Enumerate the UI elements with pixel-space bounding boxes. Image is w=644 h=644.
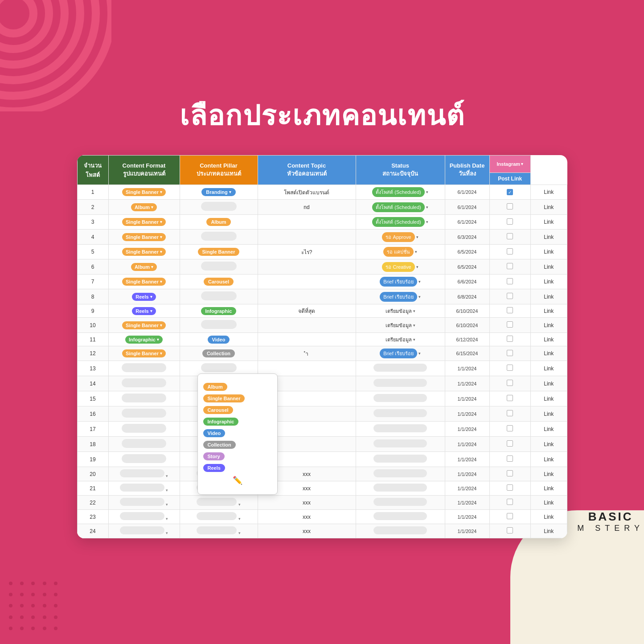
checkbox-cell[interactable]: [489, 406, 531, 422]
link-cell[interactable]: Link: [531, 452, 567, 467]
checkbox-cell[interactable]: [489, 333, 531, 346]
status-cell[interactable]: [356, 422, 445, 437]
status-cell[interactable]: [356, 496, 445, 510]
checkbox[interactable]: [507, 278, 513, 284]
checkbox-cell[interactable]: [489, 259, 531, 275]
status-cell[interactable]: ตั้งโพสต์ (Scheduled) ▾: [356, 185, 445, 200]
checkbox[interactable]: [507, 203, 513, 209]
status-cell[interactable]: Brief เรียบร้อย ▾: [356, 289, 445, 304]
content-type-dropdown[interactable]: Album Single Banner Carousel Infographic…: [197, 373, 278, 495]
format-badge[interactable]: Reels: [132, 307, 156, 315]
format-badge[interactable]: Infographic: [125, 336, 163, 344]
dropdown-item-collection[interactable]: Collection: [203, 441, 272, 449]
format-badge[interactable]: Single Banner: [122, 248, 166, 256]
checkbox-cell[interactable]: [489, 200, 531, 215]
dropdown-item-pencil[interactable]: ✏️: [203, 476, 272, 485]
checkbox-cell[interactable]: [489, 376, 531, 391]
status-badge[interactable]: ตั้งโพสต์ (Scheduled): [372, 187, 424, 197]
checkbox[interactable]: [507, 380, 513, 386]
dropdown-item-infographic[interactable]: Infographic: [203, 418, 272, 426]
link-cell[interactable]: Link: [531, 259, 567, 275]
status-badge[interactable]: รอ Creative: [382, 262, 414, 272]
status-cell[interactable]: [356, 510, 445, 524]
status-cell[interactable]: เตรียมข้อมูล ▾: [356, 318, 445, 333]
dropdown-item-carousel[interactable]: Carousel: [203, 406, 272, 414]
status-badge[interactable]: ตั้งโพสต์ (Scheduled): [372, 217, 424, 227]
link-cell[interactable]: Link: [531, 333, 567, 346]
status-badge[interactable]: รอ แคปชั่น: [383, 247, 414, 257]
link-cell[interactable]: Link: [531, 391, 567, 406]
status-cell[interactable]: [356, 437, 445, 452]
checkbox[interactable]: [507, 263, 513, 269]
checkbox[interactable]: [507, 470, 513, 476]
status-cell[interactable]: [356, 361, 445, 376]
checkbox[interactable]: [507, 410, 513, 416]
dropdown-item-single-banner[interactable]: Single Banner: [203, 394, 272, 402]
status-badge[interactable]: Brief เรียบร้อย: [380, 292, 417, 302]
format-badge[interactable]: Album: [131, 263, 157, 271]
status-cell[interactable]: [356, 406, 445, 422]
link-cell[interactable]: Link: [531, 185, 567, 200]
checkbox-cell[interactable]: [489, 318, 531, 333]
link-cell[interactable]: Link: [531, 289, 567, 304]
link-cell[interactable]: Link: [531, 481, 567, 496]
link-cell[interactable]: Link: [531, 496, 567, 510]
link-cell[interactable]: Link: [531, 304, 567, 318]
status-cell[interactable]: ตั้งโพสต์ (Scheduled) ▾: [356, 200, 445, 215]
checkbox[interactable]: [507, 425, 513, 431]
link-cell[interactable]: Link: [531, 376, 567, 391]
status-cell[interactable]: [356, 524, 445, 538]
status-cell[interactable]: Brief เรียบร้อย ▾: [356, 275, 445, 289]
link-cell[interactable]: Link: [531, 230, 567, 245]
checkbox-cell[interactable]: [489, 496, 531, 510]
checkbox[interactable]: [507, 513, 513, 519]
link-cell[interactable]: Link: [531, 361, 567, 376]
format-badge[interactable]: Single Banner: [122, 278, 166, 286]
checkbox[interactable]: [507, 440, 513, 447]
checkbox-cell[interactable]: [489, 524, 531, 538]
link-cell[interactable]: Link: [531, 215, 567, 230]
checkbox[interactable]: [507, 350, 513, 356]
checkbox-cell[interactable]: [489, 467, 531, 481]
format-badge[interactable]: Single Banner: [122, 349, 166, 357]
checkbox[interactable]: [507, 293, 513, 299]
checkbox-cell[interactable]: [489, 215, 531, 230]
status-badge[interactable]: Brief เรียบร้อย: [380, 277, 417, 287]
status-cell[interactable]: รอ แคปชั่น ▾: [356, 245, 445, 259]
link-cell[interactable]: Link: [531, 200, 567, 215]
checkbox[interactable]: [507, 321, 513, 328]
link-cell[interactable]: Link: [531, 275, 567, 289]
status-cell[interactable]: [356, 376, 445, 391]
status-badge[interactable]: เตรียมข้อมูล: [386, 307, 412, 315]
link-cell[interactable]: Link: [531, 245, 567, 259]
dropdown-item-reels[interactable]: Reels: [203, 464, 272, 472]
status-badge[interactable]: ตั้งโพสต์ (Scheduled): [372, 202, 424, 212]
dropdown-item-story[interactable]: Story: [203, 452, 272, 460]
status-badge[interactable]: เตรียมข้อมูล: [386, 321, 412, 329]
checkbox-cell[interactable]: [489, 422, 531, 437]
status-cell[interactable]: [356, 467, 445, 481]
checkbox[interactable]: [507, 218, 513, 225]
checkbox[interactable]: [507, 248, 513, 254]
checkbox[interactable]: [507, 336, 513, 342]
checkbox-cell[interactable]: [489, 481, 531, 496]
format-badge[interactable]: Single Banner: [122, 321, 166, 329]
link-cell[interactable]: Link: [531, 437, 567, 452]
dropdown-item-video[interactable]: Video: [203, 429, 272, 437]
status-cell[interactable]: [356, 481, 445, 496]
checkbox[interactable]: [507, 455, 513, 462]
checkbox[interactable]: [507, 395, 513, 401]
checkbox-cell[interactable]: [489, 510, 531, 524]
header-instagram[interactable]: Instagram: [489, 156, 531, 173]
checkbox-cell[interactable]: [489, 289, 531, 304]
checkbox-cell[interactable]: [489, 304, 531, 318]
checkbox[interactable]: ✓: [507, 189, 513, 195]
checkbox[interactable]: [507, 499, 513, 505]
checkbox[interactable]: [507, 527, 513, 533]
dropdown-item-album[interactable]: Album: [203, 383, 272, 391]
status-cell[interactable]: รอ Approve ▾: [356, 230, 445, 245]
link-cell[interactable]: Link: [531, 467, 567, 481]
checkbox-cell[interactable]: [489, 437, 531, 452]
status-badge[interactable]: รอ Approve: [382, 232, 414, 242]
status-cell[interactable]: Brief เรียบร้อย ▾: [356, 346, 445, 361]
